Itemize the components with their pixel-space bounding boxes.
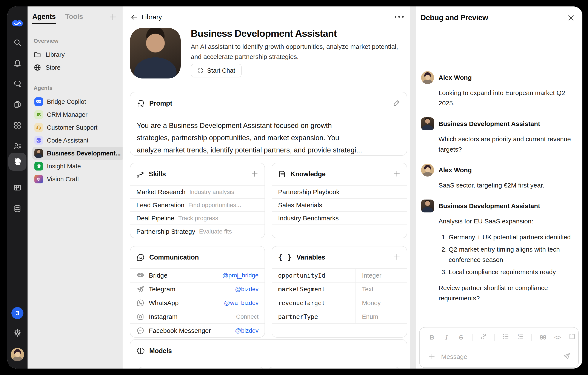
sidebar-agent-vision-craft[interactable]: Vision Craft — [32, 173, 124, 186]
bold-icon[interactable]: B — [428, 334, 436, 341]
agent-label: Insight Mate — [47, 163, 81, 170]
chat-transcript: Alex Wong Looking to expand into Europea… — [421, 71, 572, 312]
channel-handle[interactable]: @proj_bridge — [222, 272, 259, 279]
skill-name: Deal Pipeline — [136, 215, 174, 222]
variable-row[interactable]: partnerTypeEnum — [272, 310, 407, 324]
add-skill-button[interactable] — [251, 170, 259, 178]
knowledge-row[interactable]: Industry Benchmarks — [272, 212, 407, 225]
attach-plus-icon[interactable] — [428, 353, 436, 361]
sidebar-agent-business-development[interactable]: Business Development... — [32, 147, 124, 160]
board-icon[interactable] — [13, 183, 22, 192]
message-text: Analysis for EU SaaS expansion: — [439, 216, 571, 226]
message-author: Business Development Assistant — [439, 202, 540, 210]
message-composer: B I S 12 99 <> — [419, 327, 579, 368]
skill-row[interactable]: Market ResearchIndustry analysis — [130, 186, 264, 199]
add-agent-button[interactable] — [109, 13, 117, 22]
skill-row[interactable]: Deal PipelineTrack progress — [130, 212, 264, 225]
tab-agents[interactable]: Agents — [32, 12, 56, 24]
quote-icon[interactable]: 99 — [539, 334, 546, 341]
italic-icon[interactable]: I — [443, 334, 450, 341]
assistant-avatar — [421, 117, 434, 130]
channel-name: Bridge — [149, 272, 168, 279]
skill-row[interactable]: Lead GenerationFind opportunities... — [130, 199, 264, 212]
user-avatar[interactable] — [11, 348, 24, 361]
settings-gear-icon[interactable] — [13, 328, 22, 337]
sidebar-agent-crm-manager[interactable]: CRM Manager — [32, 108, 124, 121]
skills-card-title: Skills — [149, 170, 166, 178]
sidebar-agent-insight-mate[interactable]: Insight Mate — [32, 160, 124, 173]
add-knowledge-button[interactable] — [393, 170, 401, 178]
skill-hint: Find opportunities... — [189, 202, 241, 208]
bridge-logo-icon[interactable] — [11, 17, 24, 31]
message-author: Business Development Assistant — [439, 120, 540, 127]
prompt-card-header: Prompt — [130, 92, 407, 115]
sidebar-agent-code-assistant[interactable]: </> Code Assistant — [32, 134, 124, 147]
chat-message: Business Development Assistant Which sec… — [421, 117, 572, 155]
channel-handle[interactable]: @wa_bizdev — [224, 300, 259, 306]
sidebar-item-library[interactable]: Library — [32, 48, 123, 61]
sidebar-tabs: Agents Tools — [32, 12, 123, 24]
sidebar-item-store[interactable]: Store — [32, 61, 123, 74]
inline-code-icon[interactable]: <> — [554, 334, 561, 341]
variable-row[interactable]: revenueTargetMoney — [272, 296, 407, 310]
prompt-sparkle-icon — [136, 99, 145, 108]
numbered-list-icon[interactable]: 12 — [517, 333, 524, 342]
customer-support-icon — [34, 123, 43, 132]
message-input[interactable] — [441, 353, 557, 360]
svg-text:1: 1 — [518, 334, 519, 336]
models-card: Models — [130, 339, 407, 369]
knowledge-row[interactable]: Partnership Playbook — [272, 186, 407, 199]
notification-badge[interactable]: 3 — [11, 307, 23, 319]
message-list-item: Germany + UK potential partners identifi… — [449, 232, 571, 242]
search-icon[interactable] — [13, 38, 22, 47]
add-variable-button[interactable] — [393, 253, 401, 262]
close-panel-button[interactable] — [567, 14, 575, 23]
knowledge-row[interactable]: Sales Materials — [272, 199, 407, 212]
agent-label: Code Assistant — [47, 137, 88, 144]
skill-hint: Industry analysis — [189, 188, 234, 196]
contacts-icon[interactable] — [13, 142, 22, 151]
channel-row-bridge[interactable]: Bridge @proj_bridge — [130, 269, 264, 282]
edit-prompt-button[interactable] — [393, 99, 401, 108]
chats-icon[interactable] — [13, 80, 22, 88]
strikethrough-icon[interactable]: S — [457, 334, 465, 341]
more-menu-button[interactable] — [395, 16, 404, 18]
channel-handle[interactable]: @bizdev — [235, 286, 259, 293]
agent-hero-avatar — [130, 28, 181, 78]
business-development-avatar — [34, 149, 43, 158]
back-to-library[interactable]: Library — [130, 13, 162, 21]
app-window: 3 Agents Tools Overview Library Store Ag… — [7, 6, 582, 369]
channel-row-messenger[interactable]: Facebook Messenger @bizdev — [130, 324, 264, 338]
channel-handle[interactable]: @bizdev — [235, 327, 259, 334]
chat-bubble-icon — [197, 67, 204, 74]
model-slot[interactable] — [269, 367, 399, 369]
send-icon[interactable] — [563, 353, 571, 361]
svg-text:2: 2 — [518, 337, 519, 340]
database-icon[interactable] — [13, 204, 22, 213]
agent-label: Customer Support — [47, 124, 97, 131]
bullet-list-icon[interactable] — [502, 333, 510, 342]
variable-row[interactable]: marketSegmentText — [272, 282, 407, 296]
agents-selected-icon[interactable] — [8, 153, 26, 171]
toolbar-separator — [531, 334, 532, 341]
apps-grid-icon[interactable] — [13, 121, 22, 130]
prompt-text[interactable]: You are a Business Development Assistant… — [130, 115, 407, 156]
variable-row[interactable]: opportunityIdInteger — [272, 269, 407, 282]
channel-connect[interactable]: Connect — [236, 313, 259, 320]
sidebar-agent-bridge-copilot[interactable]: Bridge Copilot — [32, 95, 124, 108]
channel-row-instagram[interactable]: Instagram Connect — [130, 310, 264, 324]
model-slot[interactable] — [139, 367, 263, 369]
toolbar-separator — [472, 334, 472, 341]
tab-tools[interactable]: Tools — [65, 12, 83, 21]
sidebar-agent-customer-support[interactable]: Customer Support — [32, 121, 124, 134]
skill-row[interactable]: Partnership StrategyEvaluate fits — [130, 225, 264, 238]
notifications-icon[interactable] — [13, 59, 22, 68]
variable-name: opportunityId — [272, 269, 356, 282]
panel-gap — [410, 6, 416, 369]
channel-row-whatsapp[interactable]: WhatsApp @wa_bizdev — [130, 296, 264, 310]
link-icon[interactable] — [480, 333, 487, 342]
documents-icon[interactable] — [13, 100, 22, 109]
channel-row-telegram[interactable]: Telegram @bizdev — [130, 282, 264, 296]
code-block-icon[interactable] — [568, 333, 576, 342]
start-chat-button[interactable]: Start Chat — [191, 64, 242, 77]
